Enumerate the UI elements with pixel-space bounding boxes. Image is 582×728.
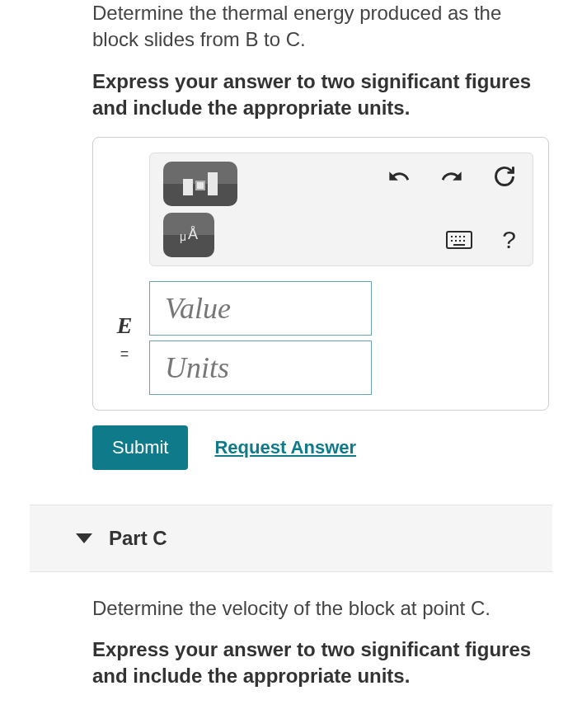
keyboard-icon (446, 231, 472, 249)
redo-icon (440, 165, 463, 188)
request-answer-link[interactable]: Request Answer (214, 437, 356, 458)
undo-button[interactable] (384, 162, 414, 191)
chevron-down-icon (76, 533, 92, 543)
action-row: Submit Request Answer (92, 425, 549, 470)
templates-button[interactable] (163, 162, 237, 206)
part-c-title: Part C (109, 527, 167, 550)
answer-box: μÅ (92, 137, 549, 411)
value-input[interactable] (149, 281, 372, 336)
help-button[interactable]: ? (499, 223, 519, 257)
redo-button[interactable] (437, 162, 467, 191)
reset-icon (493, 165, 516, 188)
input-row: E = (108, 281, 533, 395)
units-icon: μÅ (180, 226, 198, 243)
submit-button[interactable]: Submit (92, 425, 188, 470)
part-c-header[interactable]: Part C (30, 505, 552, 572)
units-button[interactable]: μÅ (163, 213, 214, 257)
keyboard-button[interactable] (443, 228, 476, 252)
part-c-question: Determine the velocity of the block at p… (92, 595, 549, 622)
question-text: Determine the thermal energy produced as… (92, 0, 549, 54)
templates-icon (183, 172, 218, 195)
variable-label: E (108, 312, 141, 339)
equals-sign: = (120, 345, 129, 363)
instruction-text: Express your answer to two significant f… (92, 68, 549, 122)
equation-toolbar: μÅ (149, 153, 533, 266)
units-input[interactable] (149, 341, 372, 395)
undo-icon (387, 165, 411, 188)
reset-button[interactable] (490, 162, 519, 191)
part-c-instruction: Express your answer to two significant f… (92, 636, 549, 690)
